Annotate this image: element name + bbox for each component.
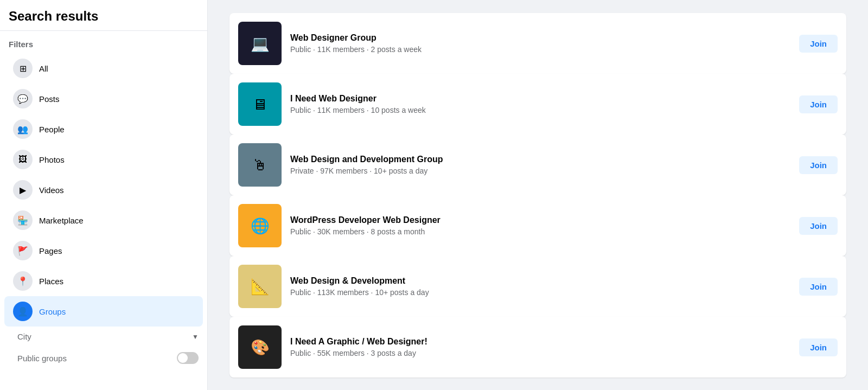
group-thumbnail: 📐 <box>238 265 282 308</box>
group-card: 📐Web Design & DevelopmentPublic · 113K m… <box>229 256 846 317</box>
sidebar-item-label-pages: Pages <box>39 246 62 255</box>
public-groups-label: Public groups <box>17 354 67 363</box>
city-filter[interactable]: City ▼ <box>0 327 207 347</box>
sidebar-item-videos[interactable]: ▶Videos <box>4 175 203 205</box>
filters-label: Filters <box>0 35 207 53</box>
group-name: I Need Web Designer <box>290 94 790 104</box>
group-name: Web Designer Group <box>290 33 790 43</box>
group-meta: Public · 30K members · 8 posts a month <box>290 227 790 236</box>
sidebar-item-pages[interactable]: 🚩Pages <box>4 235 203 266</box>
sidebar-item-places[interactable]: 📍Places <box>4 266 203 296</box>
group-name: I Need A Graphic / Web Designer! <box>290 337 790 347</box>
group-info: Web Designer GroupPublic · 11K members ·… <box>290 33 790 54</box>
join-button[interactable]: Join <box>799 95 838 113</box>
group-thumbnail: 🖱 <box>238 143 282 187</box>
group-card: 🎨I Need A Graphic / Web Designer!Public … <box>229 317 846 378</box>
group-info: Web Design & DevelopmentPublic · 113K me… <box>290 276 790 297</box>
group-meta: Public · 113K members · 10+ posts a day <box>290 288 790 297</box>
group-name: Web Design and Development Group <box>290 155 790 164</box>
sidebar-item-label-videos: Videos <box>39 186 64 195</box>
join-button[interactable]: Join <box>799 278 838 296</box>
public-groups-filter: Public groups <box>0 347 207 369</box>
group-name: WordPress Developer Web Designer <box>290 215 790 225</box>
sidebar-item-photos[interactable]: 🖼Photos <box>4 144 203 175</box>
sidebar-nav: ⊞All💬Posts👥People🖼Photos▶Videos🏪Marketpl… <box>0 53 207 327</box>
sidebar-item-marketplace[interactable]: 🏪Marketplace <box>4 205 203 235</box>
main-content: 💻Web Designer GroupPublic · 11K members … <box>208 0 868 390</box>
photos-icon: 🖼 <box>13 150 33 169</box>
group-thumbnail: 💻 <box>238 22 282 65</box>
group-card: 🖱Web Design and Development GroupPrivate… <box>229 135 846 195</box>
groups-icon: 👤 <box>13 302 33 321</box>
group-meta: Public · 55K members · 3 posts a day <box>290 349 790 357</box>
sidebar-item-label-all: All <box>39 64 48 73</box>
sidebar-item-groups[interactable]: 👤Groups <box>4 296 203 327</box>
group-info: WordPress Developer Web DesignerPublic ·… <box>290 215 790 236</box>
sidebar-item-label-groups: Groups <box>39 307 66 316</box>
sidebar-item-label-places: Places <box>39 277 63 286</box>
sidebar: Search results Filters ⊞All💬Posts👥People… <box>0 0 208 390</box>
videos-icon: ▶ <box>13 180 33 200</box>
sidebar-item-all[interactable]: ⊞All <box>4 53 203 84</box>
city-label: City <box>17 332 31 341</box>
all-icon: ⊞ <box>13 59 33 78</box>
group-thumbnail: 🌐 <box>238 204 282 247</box>
group-meta: Public · 11K members · 2 posts a week <box>290 45 790 54</box>
people-icon: 👥 <box>13 119 33 139</box>
group-card: 🌐WordPress Developer Web DesignerPublic … <box>229 195 846 256</box>
join-button[interactable]: Join <box>799 156 838 174</box>
sidebar-item-people[interactable]: 👥People <box>4 114 203 144</box>
group-card: 💻Web Designer GroupPublic · 11K members … <box>229 13 846 74</box>
group-meta: Public · 11K members · 10 posts a week <box>290 106 790 114</box>
sidebar-item-label-people: People <box>39 125 65 134</box>
groups-list: 💻Web Designer GroupPublic · 11K members … <box>229 13 846 378</box>
group-info: Web Design and Development GroupPrivate … <box>290 155 790 175</box>
marketplace-icon: 🏪 <box>13 210 33 230</box>
sidebar-item-label-photos: Photos <box>39 155 65 164</box>
public-groups-toggle[interactable] <box>177 352 199 364</box>
group-info: I Need Web DesignerPublic · 11K members … <box>290 94 790 114</box>
group-thumbnail: 🖥 <box>238 82 282 126</box>
pages-icon: 🚩 <box>13 241 33 260</box>
group-thumbnail: 🎨 <box>238 325 282 369</box>
posts-icon: 💬 <box>13 89 33 108</box>
group-info: I Need A Graphic / Web Designer!Public ·… <box>290 337 790 357</box>
chevron-down-icon: ▼ <box>192 333 199 341</box>
join-button[interactable]: Join <box>799 35 838 53</box>
places-icon: 📍 <box>13 271 33 291</box>
page-title: Search results <box>0 9 207 31</box>
join-button[interactable]: Join <box>799 338 838 356</box>
join-button[interactable]: Join <box>799 217 838 235</box>
sidebar-item-label-marketplace: Marketplace <box>39 216 84 225</box>
group-card: 🖥I Need Web DesignerPublic · 11K members… <box>229 74 846 135</box>
group-meta: Private · 97K members · 10+ posts a day <box>290 167 790 175</box>
sidebar-item-label-posts: Posts <box>39 94 60 104</box>
group-name: Web Design & Development <box>290 276 790 286</box>
sidebar-item-posts[interactable]: 💬Posts <box>4 84 203 114</box>
